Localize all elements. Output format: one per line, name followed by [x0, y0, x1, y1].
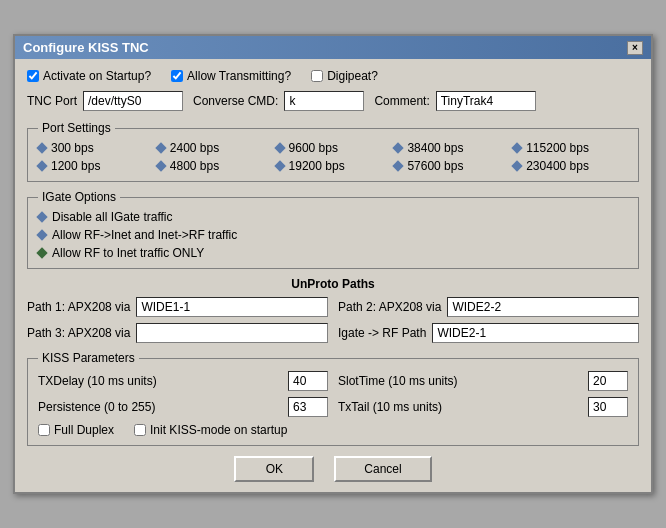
baud-300-label: 300 bps — [51, 141, 94, 155]
baud-19200-item: 19200 bps — [276, 159, 391, 173]
path2-row: Path 2: APX208 via WIDE2-2 — [338, 297, 639, 317]
txdelay-label: TXDelay (10 ms units) — [38, 374, 282, 388]
path3-input[interactable] — [136, 323, 328, 343]
igate-options-group: IGate Options Disable all IGate traffic … — [27, 190, 639, 269]
cancel-button[interactable]: Cancel — [334, 456, 431, 482]
diamond-icon — [393, 142, 404, 153]
igate-rf-path-input[interactable]: WIDE2-1 — [432, 323, 639, 343]
baud-1200-label: 1200 bps — [51, 159, 100, 173]
igate-option-3-label: Allow RF to Inet traffic ONLY — [52, 246, 204, 260]
igate-option-1-label: Disable all IGate traffic — [52, 210, 173, 224]
igate-rf-path-label: Igate -> RF Path — [338, 326, 426, 340]
txtail-row: TxTail (10 ms units) 30 — [338, 397, 628, 417]
baud-38400-label: 38400 bps — [407, 141, 463, 155]
diamond-icon — [36, 247, 47, 258]
baud-57600-item: 57600 bps — [394, 159, 509, 173]
path3-label: Path 3: APX208 via — [27, 326, 130, 340]
init-kiss-checkbox[interactable] — [134, 424, 146, 436]
digipeat-label: Digipeat? — [327, 69, 378, 83]
converse-cmd-input[interactable]: k — [284, 91, 364, 111]
full-duplex-item: Full Duplex — [38, 423, 114, 437]
baud-57600-label: 57600 bps — [407, 159, 463, 173]
allow-transmitting-checkbox-item: Allow Transmitting? — [171, 69, 291, 83]
diamond-icon — [393, 160, 404, 171]
close-button[interactable]: × — [627, 41, 643, 55]
baud-115200-label: 115200 bps — [526, 141, 589, 155]
title-bar: Configure KISS TNC × — [15, 36, 651, 59]
baud-4800-label: 4800 bps — [170, 159, 219, 173]
baud-230400-label: 230400 bps — [526, 159, 589, 173]
unproto-paths-title: UnProto Paths — [27, 277, 639, 291]
diamond-icon — [155, 142, 166, 153]
full-duplex-checkbox[interactable] — [38, 424, 50, 436]
slottime-label: SlotTime (10 ms units) — [338, 374, 582, 388]
igate-option-2-label: Allow RF->Inet and Inet->RF traffic — [52, 228, 237, 242]
paths-grid: Path 1: APX208 via WIDE1-1 Path 2: APX20… — [27, 297, 639, 343]
persistence-input[interactable]: 63 — [288, 397, 328, 417]
kiss-bottom-row: Full Duplex Init KISS-mode on startup — [38, 423, 628, 437]
tnc-port-label: TNC Port — [27, 94, 77, 108]
full-duplex-label: Full Duplex — [54, 423, 114, 437]
tnc-port-input[interactable]: /dev/ttyS0 — [83, 91, 183, 111]
init-kiss-label: Init KISS-mode on startup — [150, 423, 287, 437]
path1-label: Path 1: APX208 via — [27, 300, 130, 314]
baud-4800-item: 4800 bps — [157, 159, 272, 173]
slottime-input[interactable]: 20 — [588, 371, 628, 391]
diamond-icon — [512, 142, 523, 153]
diamond-icon — [36, 229, 47, 240]
baud-9600-label: 9600 bps — [289, 141, 338, 155]
path1-input[interactable]: WIDE1-1 — [136, 297, 328, 317]
button-row: OK Cancel — [27, 456, 639, 482]
diamond-icon — [155, 160, 166, 171]
allow-transmitting-checkbox[interactable] — [171, 70, 183, 82]
txtail-input[interactable]: 30 — [588, 397, 628, 417]
tnc-port-row: TNC Port /dev/ttyS0 Converse CMD: k Comm… — [27, 91, 639, 111]
baud-38400-item: 38400 bps — [394, 141, 509, 155]
baud-9600-item: 9600 bps — [276, 141, 391, 155]
comment-label: Comment: — [374, 94, 429, 108]
converse-cmd-group: Converse CMD: k — [193, 91, 364, 111]
init-kiss-item: Init KISS-mode on startup — [134, 423, 287, 437]
slottime-row: SlotTime (10 ms units) 20 — [338, 371, 628, 391]
diamond-icon — [36, 160, 47, 171]
tnc-port-group: TNC Port /dev/ttyS0 — [27, 91, 183, 111]
digipeat-checkbox[interactable] — [311, 70, 323, 82]
path3-row: Path 3: APX208 via — [27, 323, 328, 343]
persistence-label: Persistence (0 to 255) — [38, 400, 282, 414]
baud-2400-label: 2400 bps — [170, 141, 219, 155]
converse-cmd-label: Converse CMD: — [193, 94, 278, 108]
kiss-parameters-legend: KISS Parameters — [38, 351, 139, 365]
baud-230400-item: 230400 bps — [513, 159, 628, 173]
activate-startup-checkbox-item: Activate on Startup? — [27, 69, 151, 83]
path1-row: Path 1: APX208 via WIDE1-1 — [27, 297, 328, 317]
port-settings-group: Port Settings 300 bps 2400 bps 9600 bps — [27, 121, 639, 182]
igate-options-container: Disable all IGate traffic Allow RF->Inet… — [38, 210, 628, 260]
baud-300-item: 300 bps — [38, 141, 153, 155]
diamond-icon — [512, 160, 523, 171]
activate-startup-label: Activate on Startup? — [43, 69, 151, 83]
digipeat-checkbox-item: Digipeat? — [311, 69, 378, 83]
configure-kiss-dialog: Configure KISS TNC × Activate on Startup… — [13, 34, 653, 494]
baud-2400-item: 2400 bps — [157, 141, 272, 155]
path2-input[interactable]: WIDE2-2 — [447, 297, 639, 317]
port-settings-legend: Port Settings — [38, 121, 115, 135]
txdelay-input[interactable]: 40 — [288, 371, 328, 391]
diamond-icon — [36, 142, 47, 153]
comment-input[interactable]: TinyTrak4 — [436, 91, 536, 111]
baud-1200-item: 1200 bps — [38, 159, 153, 173]
baud-115200-item: 115200 bps — [513, 141, 628, 155]
diamond-icon — [274, 160, 285, 171]
activate-startup-checkbox[interactable] — [27, 70, 39, 82]
top-checkboxes-row: Activate on Startup? Allow Transmitting?… — [27, 69, 639, 83]
diamond-icon — [36, 211, 47, 222]
kiss-params-grid: TXDelay (10 ms units) 40 SlotTime (10 ms… — [38, 371, 628, 417]
igate-option-1-row: Disable all IGate traffic — [38, 210, 628, 224]
igate-rf-path-row: Igate -> RF Path WIDE2-1 — [338, 323, 639, 343]
kiss-parameters-group: KISS Parameters TXDelay (10 ms units) 40… — [27, 351, 639, 446]
ok-button[interactable]: OK — [234, 456, 314, 482]
txtail-label: TxTail (10 ms units) — [338, 400, 582, 414]
igate-options-row2: Allow RF->Inet and Inet->RF traffic — [38, 228, 237, 242]
port-settings-grid: 300 bps 2400 bps 9600 bps 38400 bps 1152… — [38, 141, 628, 173]
dialog-title: Configure KISS TNC — [23, 40, 149, 55]
path2-label: Path 2: APX208 via — [338, 300, 441, 314]
